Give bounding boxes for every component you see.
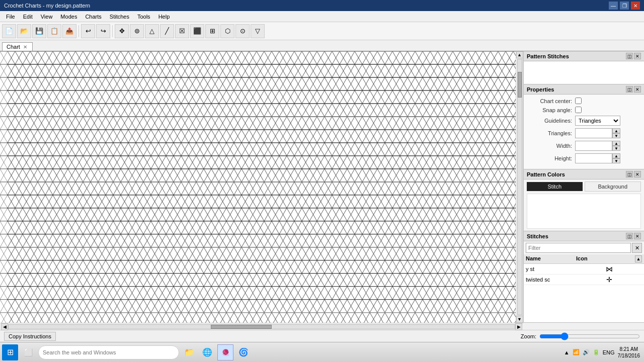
triangle-tool-button[interactable]: ▽ [251,24,265,38]
triangles-up[interactable]: ▲ [612,128,620,133]
svg-marker-1416 [249,169,264,182]
v-scroll-thumb[interactable] [518,72,522,98]
pattern-colors-float-button[interactable]: ◫ [626,171,633,177]
task-view-button[interactable]: ⬜ [20,344,36,360]
svg-marker-271 [453,64,468,77]
undo-button[interactable]: ↩ [81,24,95,38]
scroll-left-button[interactable]: ◀ [1,323,8,330]
menu-stitches[interactable]: Stitches [106,13,133,21]
svg-marker-1021 [453,130,468,143]
pattern-stitches-close-button[interactable]: ✕ [634,53,641,59]
height-down[interactable]: ▼ [612,158,620,163]
grid-hex-button[interactable]: ⬡ [220,24,234,38]
svg-marker-427 [475,77,491,90]
svg-marker-1706 [211,195,226,208]
save-button[interactable]: 💾 [32,24,46,38]
menu-tools[interactable]: Tools [133,13,154,21]
svg-marker-2352 [385,247,400,260]
pattern-stitches-float-button[interactable]: ◫ [626,53,633,59]
taskbar-clock[interactable]: 8:21 AM 7/18/2016 [618,346,640,359]
close-button[interactable]: ✕ [631,2,640,10]
tray-up-arrow[interactable]: ▲ [564,349,570,355]
file-explorer-button[interactable]: 📁 [181,344,197,360]
menu-file[interactable]: File [2,13,19,21]
svg-marker-1428 [294,169,309,182]
stitches-close-button[interactable]: ✕ [634,233,641,239]
crochet-charts-taskbar-button[interactable]: 🧶 [217,344,233,360]
stitches-scroll-up[interactable]: ▲ [635,255,642,262]
erase-button[interactable]: ☒ [175,24,189,38]
scroll-down-button[interactable]: ▼ [516,316,523,323]
properties-float-button[interactable]: ◫ [626,86,633,93]
width-down[interactable]: ▼ [612,146,620,151]
lasso-button[interactable]: ⊚ [130,24,144,38]
guidelines-select[interactable]: Triangles None Squares Hexagons [575,116,620,126]
width-input[interactable]: 64 [575,141,612,151]
export-button[interactable]: 📤 [62,24,76,38]
chrome-button[interactable]: 🌐 [199,344,215,360]
grid-square-button[interactable]: ⊞ [205,24,219,38]
minimize-button[interactable]: — [609,2,618,10]
triangles-down[interactable]: ▼ [612,133,620,138]
svg-marker-1568 [257,182,272,195]
menu-view[interactable]: View [37,13,57,21]
paint-button[interactable]: △ [145,24,159,38]
height-input[interactable]: 64 [575,153,612,163]
tab-close-button[interactable]: ✕ [22,44,28,50]
svg-marker-1060 [38,143,53,156]
svg-marker-212 [234,64,249,77]
width-up[interactable]: ▲ [612,141,620,146]
v-scroll-track[interactable] [517,59,522,315]
chart-tab[interactable]: Chart ✕ [2,42,33,51]
scroll-right-button[interactable]: ▶ [515,323,522,330]
background-color-button[interactable]: Background [585,182,641,192]
svg-marker-2460 [226,260,242,274]
fill-button[interactable]: ⬛ [190,24,204,38]
svg-marker-601 [0,104,15,117]
stitches-filter-clear-button[interactable]: ✕ [632,243,642,253]
grid-dot-button[interactable]: ⊙ [235,24,250,38]
svg-marker-1473 [460,169,475,182]
taskbar-search-input[interactable] [38,345,179,359]
scroll-up-button[interactable]: ▲ [516,51,523,58]
stitches-float-button[interactable]: ◫ [626,233,633,239]
canvas-area[interactable]: ▲ ▼ [0,51,523,323]
new-button[interactable]: 📄 [2,24,16,38]
triangles-input[interactable]: 100 [575,128,612,138]
stitch-row-twisted-sc[interactable]: twisted sc ✛ [524,275,644,285]
open-button[interactable]: 📂 [17,24,31,38]
color-swatches[interactable] [527,194,641,229]
menu-modes[interactable]: Modes [56,13,81,21]
svg-marker-867 [438,117,453,130]
redo-button[interactable]: ↪ [96,24,110,38]
start-button[interactable]: ⊞ [2,344,18,360]
svg-marker-1675 [91,195,106,208]
svg-marker-1273 [272,156,287,169]
stitch-row-yst[interactable]: y st ⋈ [524,264,644,275]
select-tool-button[interactable]: ✥ [115,24,129,38]
svg-marker-99 [370,51,385,64]
svg-marker-2564 [53,274,68,287]
height-up[interactable]: ▲ [612,153,620,158]
save-as-button[interactable]: 📋 [47,24,61,38]
copy-instructions-button[interactable]: Copy Instructions [4,332,56,341]
stitch-color-button[interactable]: Stitch [527,182,583,191]
line-button[interactable]: ╱ [160,24,174,38]
svg-marker-2319 [257,247,272,260]
svg-marker-344 [166,77,181,90]
properties-close-button[interactable]: ✕ [634,86,641,93]
stitches-controls: ◫ ✕ [626,233,641,239]
other-app-button[interactable]: 🌀 [235,344,252,360]
chart-center-checkbox[interactable] [575,98,582,104]
h-scroll-track[interactable] [8,324,515,329]
svg-marker-2933 [309,300,325,313]
pattern-colors-close-button[interactable]: ✕ [634,171,641,177]
maximize-button[interactable]: ❐ [620,2,629,10]
zoom-slider[interactable] [539,332,640,340]
stitches-filter-input[interactable] [526,243,631,253]
h-scroll-thumb[interactable] [211,325,272,329]
menu-charts[interactable]: Charts [81,13,105,21]
snap-angle-checkbox[interactable] [575,107,582,113]
menu-edit[interactable]: Edit [19,13,37,21]
menu-help[interactable]: Help [154,13,174,21]
